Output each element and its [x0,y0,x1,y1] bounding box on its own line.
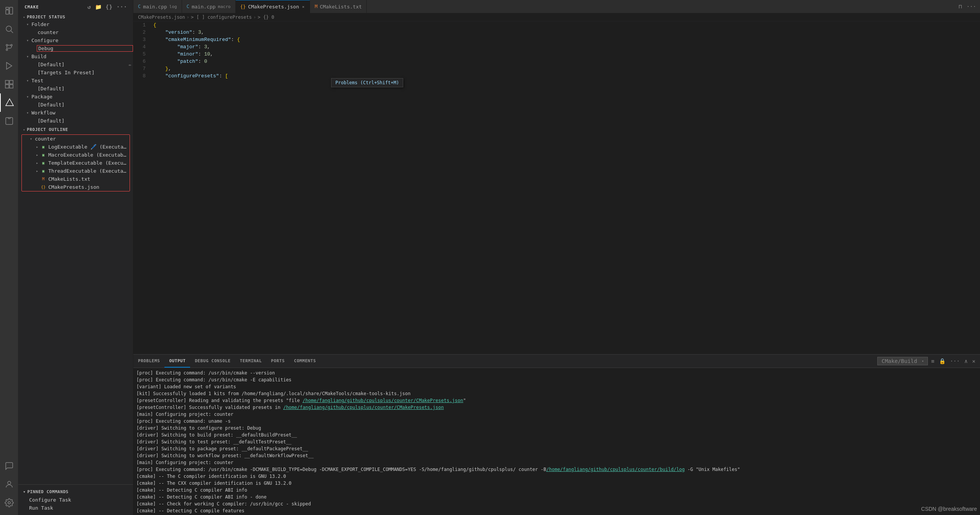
more-actions-icon[interactable]: ··· [949,357,961,365]
svg-marker-8 [7,62,12,69]
panel-tab-output[interactable]: OUTPUT [164,355,190,368]
tree-package-default[interactable]: [Default] [18,101,133,109]
svg-point-14 [8,481,11,484]
activity-bar-explorer[interactable] [0,2,18,20]
svg-rect-11 [5,85,9,88]
json-icon: {} [40,184,46,190]
split-editor-icon[interactable]: ⊓ [957,2,963,11]
activity-bar-source-control[interactable] [0,38,18,57]
output-source-dropdown[interactable]: CMake/Build ▾ [877,357,928,365]
tree-workflow-default[interactable]: [Default] [18,117,133,125]
more-tabs-icon[interactable]: ··· [965,2,978,11]
pinned-commands-section: ▾ PINNED COMMANDS Configure Task Run Tas… [18,484,133,515]
panel-tab-comments[interactable]: COMMENTS [289,355,320,368]
add-folder-icon[interactable]: 📁 [94,3,103,11]
tree-test[interactable]: Test [18,77,133,85]
obj-icon: ▣ [40,168,46,174]
activity-bar-chat[interactable] [0,457,18,475]
panel-tab-problems[interactable]: PROBLEMS [133,355,164,368]
log-line: [cmake] -- The CXX compiler identificati… [136,480,977,487]
cpp-icon: C [138,4,141,9]
activity-bar-run-debug[interactable] [0,57,18,75]
panel-tab-debug-console[interactable]: DEBUG CONSOLE [190,355,235,368]
filter-icon[interactable]: ≡ [929,357,936,365]
configure-task-item[interactable]: Configure Task [18,496,133,504]
log-line: [main] Configuring project: counter [136,459,977,466]
lock-icon[interactable]: 🔒 [937,357,947,365]
tab-main-cpp-macro[interactable]: C main.cpp macro [182,0,236,13]
code-line-6: 6 "patch": 0 [133,58,980,65]
log-line: [driver] Switching to workflow preset: _… [136,452,977,459]
pinned-commands-header[interactable]: ▾ PINNED COMMANDS [18,488,133,496]
activity-bar-cmake[interactable] [0,93,18,112]
activity-bar-search[interactable] [0,20,18,38]
activity-bar-extensions[interactable] [0,75,18,93]
panel: PROBLEMS OUTPUT DEBUG CONSOLE TERMINAL P… [133,354,980,515]
sidebar-title: CMAKE ↺ 📁 {} ··· [18,0,133,12]
tree-outline-cmakelists[interactable]: M CMakeLists.txt [22,175,130,183]
tab-main-cpp-log[interactable]: C main.cpp log [133,0,182,13]
svg-point-3 [6,26,11,31]
tree-outline-cmakepresets[interactable]: {} CMakePresets.json [22,183,130,191]
sidebar-header-actions: ↺ 📁 {} ··· [86,3,128,11]
log-line: [driver] Switching to build preset: __de… [136,432,977,438]
tab-cmake-lists[interactable]: M CMakeLists.txt [310,0,367,13]
obj-icon: ▣ [40,152,46,158]
code-line-5: 5 "minor": 10, [133,51,980,58]
panel-tab-terminal[interactable]: TERMINAL [235,355,266,368]
panel-output-content: [proc] Executing command: /usr/bin/cmake… [133,368,980,515]
cmake-file-icon: M [315,4,317,9]
svg-point-15 [8,502,10,504]
tab-cmake-presets[interactable]: {} CMakePresets.json ✕ [236,0,310,13]
tree-outline-counter[interactable]: counter [22,135,130,143]
breadcrumb-index[interactable]: > {} 0 [258,15,274,20]
log-line: [cmake] -- Detecting C compiler ABI info… [136,494,977,500]
project-outline-header[interactable]: ▾ PROJECT OUTLINE [18,125,133,133]
more-icon[interactable]: ··· [115,3,128,11]
log-line: [cmake] -- The C compiler identification… [136,473,977,480]
svg-rect-2 [10,7,13,14]
sidebar: CMAKE ↺ 📁 {} ··· ▾ PROJECT STATUS Folder… [18,0,133,515]
panel-collapse-icon[interactable]: ∧ [963,357,969,365]
log-line: [driver] Switching to package preset: __… [136,445,977,452]
panel-tab-actions: CMake/Build ▾ ≡ 🔒 ··· ∧ ✕ [874,357,980,365]
run-task-item[interactable]: Run Task [18,504,133,512]
code-editor[interactable]: 1 { 2 "version": 3, 3 "cmakeMinimumRequi… [133,21,980,354]
activity-bar-testing[interactable] [0,112,18,130]
tooltip-popup: Problems (Ctrl+Shift+M) [331,78,403,87]
tree-folder-counter[interactable]: counter [18,28,133,36]
log-line: [main] Configuring project: counter [136,411,977,418]
activity-bar-settings[interactable] [0,494,18,512]
tree-package[interactable]: Package [18,93,133,101]
breadcrumb-file[interactable]: CMakePresets.json [138,15,185,20]
tree-build[interactable]: Build [18,52,133,60]
svg-rect-1 [6,10,9,14]
svg-rect-9 [5,80,9,84]
tree-outline-logexecutable[interactable]: ▣ LogExecutable 🖊️ (Executable) [22,143,130,151]
log-line: [cmake] -- Detecting C compile features [136,507,977,514]
cpp-icon2: C [187,4,189,9]
tab-close-button[interactable]: ✕ [301,4,305,10]
main-area: C main.cpp log C main.cpp macro {} CMake… [133,0,980,515]
tree-outline-templateexecutable[interactable]: ▣ TemplateExecutable (Executable) [22,159,130,167]
tree-test-default[interactable]: [Default] [18,85,133,93]
refresh-icon[interactable]: ↺ [86,3,92,11]
tree-folder[interactable]: Folder [18,20,133,28]
activity-bar-account[interactable] [0,475,18,494]
tree-outline-threadexecutable[interactable]: ▣ ThreadExecutable (Executable) [22,167,130,175]
edit-icon[interactable]: ✏ [127,62,133,67]
code-line-2: 2 "version": 3, [133,29,980,36]
log-line: [proc] Executing command: uname -s [136,418,977,425]
tree-configure[interactable]: Configure [18,36,133,44]
tree-configure-debug[interactable]: Debug [18,44,133,52]
settings-icon[interactable]: {} [104,3,114,11]
tree-workflow[interactable]: Workflow [18,109,133,117]
tree-build-default[interactable]: [Default] ✏ [18,60,133,69]
panel-close-icon[interactable]: ✕ [971,357,977,365]
breadcrumb-configure-presets[interactable]: > [ ] configurePresets [191,15,252,20]
tree-outline-macroexecutable[interactable]: ▣ MacroExecutable (Executable) [22,151,130,159]
obj-icon: ▣ [40,144,46,150]
project-status-header[interactable]: ▾ PROJECT STATUS [18,12,133,20]
panel-tab-ports[interactable]: PORTS [266,355,289,368]
tree-build-targets[interactable]: [Targets In Preset] [18,69,133,77]
